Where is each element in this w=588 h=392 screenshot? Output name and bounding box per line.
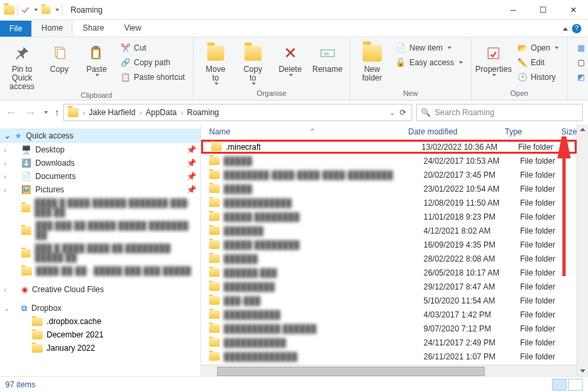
folder-icon bbox=[209, 338, 220, 347]
file-row[interactable]: █████████ 29/12/2017 8:47 AM File folder bbox=[201, 280, 577, 294]
tab-file[interactable]: File bbox=[0, 21, 31, 37]
folder-icon bbox=[209, 184, 220, 193]
folder-icon bbox=[209, 156, 220, 165]
folder-icon bbox=[209, 226, 220, 235]
app-icon bbox=[4, 5, 15, 15]
title-bar: Roaming ─ ☐ ✕ bbox=[0, 0, 588, 20]
delete-button[interactable]: ✕Delete bbox=[274, 40, 307, 89]
newitem-button[interactable]: 📄New item bbox=[393, 41, 465, 55]
copypath-button[interactable]: 🔗Copy path bbox=[117, 56, 188, 69]
file-row[interactable]: ██████.███ 26/05/2018 10:17 AM File fold… bbox=[201, 266, 577, 280]
up-button[interactable]: ↑ bbox=[55, 107, 59, 118]
file-row[interactable]: ███████████ 24/11/2017 2:49 PM File fold… bbox=[201, 335, 577, 349]
navitem-recent[interactable]: ███ ███ ██ █████ █████ ███████ ██ bbox=[0, 219, 200, 242]
history-button[interactable]: 🕑History bbox=[514, 71, 561, 84]
address-bar: ← → ↑ › Jake Harfield› AppData› Roaming … bbox=[0, 100, 588, 124]
svg-rect-7 bbox=[488, 48, 499, 59]
folder-icon bbox=[209, 254, 220, 263]
quickaccess-header[interactable]: ⌄★Quick access bbox=[0, 128, 200, 143]
file-row[interactable]: █████ 23/01/2022 10:54 AM File folder bbox=[201, 182, 577, 196]
navitem-pictures[interactable]: ›🖼️Pictures📌 bbox=[0, 183, 200, 196]
back-button[interactable]: ← bbox=[5, 106, 17, 120]
navitem-desktop[interactable]: ›🖥️Desktop📌 bbox=[0, 143, 200, 156]
folder-icon bbox=[209, 240, 220, 249]
group-select: ▦Select all ▢Select none ◩Invert selecti… bbox=[567, 37, 588, 100]
collapse-ribbon-icon[interactable] bbox=[563, 27, 568, 31]
column-headers[interactable]: Name⌃ Date modified Type Size bbox=[201, 124, 588, 140]
cut-button[interactable]: ✂️Cut bbox=[117, 41, 188, 55]
file-row[interactable]: █████ ████████ 11/01/2018 9:23 PM File f… bbox=[201, 210, 577, 224]
forward-button[interactable]: → bbox=[24, 106, 36, 120]
folder-icon bbox=[209, 268, 220, 277]
dropbox-sub[interactable]: .dropbox.cache bbox=[0, 315, 200, 328]
details-view-icon[interactable] bbox=[552, 379, 567, 391]
file-row[interactable]: █████████████ 26/11/2021 1:07 PM File fo… bbox=[201, 349, 577, 363]
folder-icon bbox=[209, 296, 220, 305]
maximize-button[interactable]: ☐ bbox=[528, 0, 558, 20]
dropbox-sub[interactable]: January 2022 bbox=[0, 341, 200, 355]
horizontal-scrollbar[interactable] bbox=[201, 365, 577, 376]
folder-icon bbox=[209, 310, 220, 319]
close-button[interactable]: ✕ bbox=[558, 0, 588, 20]
window-title: Roaming bbox=[71, 5, 103, 15]
folder-icon bbox=[209, 212, 220, 221]
file-row[interactable]: ███████ 4/12/2021 8:02 AM File folder bbox=[201, 224, 577, 238]
tab-view[interactable]: View bbox=[114, 19, 151, 37]
pin-quickaccess-button[interactable]: Pin to Quickaccess bbox=[5, 40, 39, 91]
navitem-downloads[interactable]: ›⬇️Downloads📌 bbox=[0, 156, 200, 170]
svg-rect-4 bbox=[93, 50, 99, 58]
qat-newfolder-icon[interactable] bbox=[41, 6, 51, 14]
file-row[interactable]: ██████████ ██████ 9/07/2020 7:12 PM File… bbox=[201, 321, 577, 335]
tiles-view-icon[interactable] bbox=[568, 379, 583, 391]
file-list: Name⌃ Date modified Type Size .minecraft… bbox=[201, 124, 588, 376]
easyaccess-button[interactable]: 🔓Easy access bbox=[393, 56, 465, 69]
invertselection-button[interactable]: ◩Invert selection bbox=[573, 71, 588, 84]
folder-icon bbox=[211, 142, 222, 151]
selectall-button[interactable]: ▦Select all bbox=[573, 41, 588, 55]
folder-icon bbox=[209, 282, 220, 291]
file-row[interactable]: ████████-████-████-████-████████ 20/02/2… bbox=[201, 168, 577, 182]
file-row[interactable]: .minecraft 13/02/2022 10:36 AM File fold… bbox=[201, 140, 577, 154]
group-organise: Moveto Copyto ✕Delete abRename Organise bbox=[194, 37, 350, 100]
dropbox-sub[interactable]: December 2021 bbox=[0, 328, 200, 341]
vertical-scrollbar[interactable] bbox=[577, 124, 588, 376]
ribbon-tabs: File Home Share View ? bbox=[0, 20, 588, 37]
group-clipboard: Pin to Quickaccess Copy Paste ✂️Cut 🔗Cop… bbox=[0, 37, 194, 100]
folder-icon bbox=[209, 324, 220, 333]
properties-button[interactable]: Properties bbox=[477, 40, 510, 89]
open-button[interactable]: 📂Open bbox=[514, 41, 561, 55]
tab-home[interactable]: Home bbox=[31, 19, 73, 37]
help-icon[interactable]: ? bbox=[572, 24, 581, 33]
navitem-recent[interactable]: ███ █ ████ ████ ██ ████████ █████ ██ bbox=[0, 242, 200, 264]
qat-properties-icon[interactable] bbox=[21, 5, 30, 15]
paste-button[interactable]: Paste bbox=[80, 40, 113, 91]
navitem-documents[interactable]: ›📄Documents📌 bbox=[0, 170, 200, 183]
creative-cloud[interactable]: ›◉Creative Cloud Files bbox=[0, 283, 200, 296]
file-row[interactable]: ████████████ 12/08/2019 11:50 AM File fo… bbox=[201, 196, 577, 210]
history-dropdown[interactable] bbox=[44, 111, 48, 114]
tab-share[interactable]: Share bbox=[73, 19, 114, 37]
copyto-button[interactable]: Copyto bbox=[236, 40, 270, 89]
file-row[interactable]: █████ ████████ 16/09/2019 4:35 PM File f… bbox=[201, 238, 577, 252]
file-row[interactable]: ███-███ 5/10/2020 11:54 AM File folder bbox=[201, 294, 577, 307]
navitem-recent[interactable]: ████-██-██ - █████ ███ ███ █████ bbox=[0, 264, 200, 278]
dropbox[interactable]: ⌄⧉Dropbox bbox=[0, 301, 200, 315]
file-row[interactable]: ██████ 28/02/2022 8:08 AM File folder bbox=[201, 252, 577, 266]
edit-button[interactable]: ✏️Edit bbox=[514, 56, 561, 69]
refresh-icon[interactable]: ⟳ bbox=[400, 108, 406, 117]
copy-button[interactable]: Copy bbox=[43, 40, 76, 91]
pasteshortcut-button[interactable]: 📋Paste shortcut bbox=[117, 71, 188, 84]
folder-icon bbox=[209, 170, 220, 179]
addr-dropdown-icon[interactable]: ⌄ bbox=[389, 108, 396, 117]
navigation-pane[interactable]: ⌄★Quick access ›🖥️Desktop📌›⬇️Downloads📌›… bbox=[0, 124, 201, 376]
rename-button[interactable]: abRename bbox=[311, 40, 344, 89]
moveto-button[interactable]: Moveto bbox=[199, 40, 232, 89]
newfolder-button[interactable]: Newfolder bbox=[356, 40, 389, 89]
search-input[interactable]: 🔍 Search Roaming bbox=[416, 104, 583, 121]
selectnone-button[interactable]: ▢Select none bbox=[573, 56, 588, 69]
navitem-recent[interactable]: ████ █ ████ ██████ ███████ ███-███ ██ bbox=[0, 196, 200, 219]
minimize-button[interactable]: ─ bbox=[498, 0, 528, 20]
file-row[interactable]: █████ 24/02/2017 10:53 AM File folder bbox=[201, 154, 577, 168]
file-row[interactable]: ██████████ 4/03/2017 1:42 PM File folder bbox=[201, 307, 577, 321]
breadcrumb[interactable]: › Jake Harfield› AppData› Roaming ⌄ ⟳ bbox=[63, 104, 412, 121]
